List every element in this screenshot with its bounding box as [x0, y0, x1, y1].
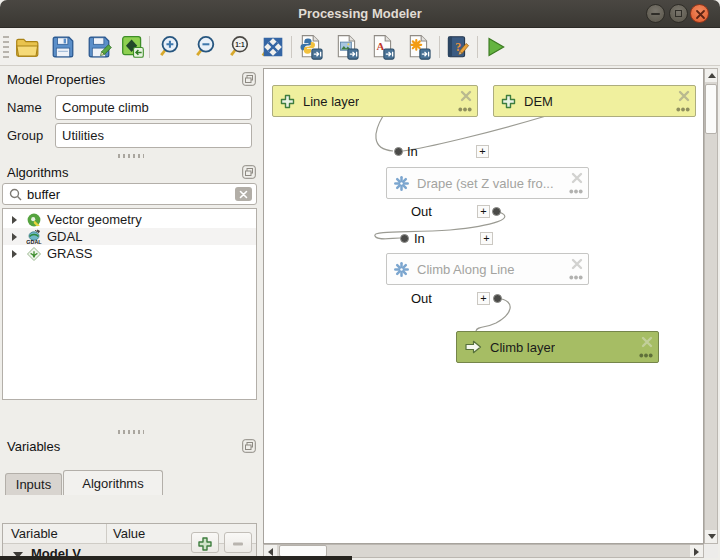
splitter-handle[interactable]	[118, 430, 144, 434]
remove-node-icon[interactable]	[641, 336, 653, 348]
gdal-icon: GDAL	[26, 229, 42, 245]
toolbar-separator	[439, 36, 440, 58]
tab-algorithms[interactable]: Algorithms	[63, 470, 163, 495]
node-label: DEM	[524, 94, 553, 109]
tree-item-label: GDAL	[47, 229, 82, 244]
float-panel-icon[interactable]	[242, 72, 256, 86]
minimize-icon[interactable]	[646, 4, 665, 23]
edit-model-help-icon[interactable]: ?	[443, 33, 471, 61]
algorithm-search-box	[2, 183, 257, 205]
vertical-scrollbar[interactable]	[704, 68, 718, 544]
remove-node-icon[interactable]	[460, 90, 472, 102]
node-drape[interactable]: Drape (set Z value fro...	[386, 167, 589, 199]
socket-dot[interactable]	[492, 207, 501, 216]
name-label: Name	[7, 100, 42, 115]
node-line-layer[interactable]: Line layer	[272, 85, 478, 117]
zoom-actual-size-icon[interactable]: 1:1	[227, 33, 255, 61]
maximize-icon[interactable]	[669, 4, 688, 23]
expand-sockets-button[interactable]: +	[480, 232, 493, 245]
expand-arrow-icon[interactable]	[12, 216, 17, 224]
zoom-in-icon[interactable]	[157, 33, 185, 61]
export-as-python-icon[interactable]	[297, 33, 325, 61]
socket-dot[interactable]	[394, 147, 403, 156]
remove-variable-button[interactable]	[224, 532, 252, 553]
node-climb-layer[interactable]: Climb layer	[456, 331, 659, 363]
save-model-as-icon[interactable]	[85, 33, 113, 61]
remove-node-icon[interactable]	[571, 258, 583, 270]
minimize-glyph	[651, 13, 660, 15]
open-model-icon[interactable]	[13, 33, 41, 61]
vertical-scroll-thumb[interactable]	[705, 84, 717, 134]
svg-text:A: A	[376, 40, 384, 52]
output-arrow-icon	[464, 340, 482, 354]
export-as-svg-icon[interactable]	[405, 33, 433, 61]
socket-dot[interactable]	[493, 294, 502, 303]
comment-dots-icon[interactable]	[569, 275, 583, 280]
run-model-icon[interactable]	[481, 33, 509, 61]
socket-label-in: In	[407, 144, 418, 159]
tree-item-grass[interactable]: GRASS	[3, 245, 256, 262]
remove-node-icon[interactable]	[571, 172, 583, 184]
scroll-right-button[interactable]	[690, 545, 703, 557]
socket-label-in: In	[414, 231, 425, 246]
toolbar-separator	[477, 36, 478, 58]
window-title: Processing Modeler	[0, 6, 720, 21]
model-canvas[interactable]: Line layer DEM In + Drape (set Z value f…	[263, 68, 704, 544]
save-model-in-project-icon[interactable]	[119, 33, 147, 61]
node-label: Climb Along Line	[417, 262, 515, 277]
column-variable: Variable	[11, 526, 58, 541]
tree-item-gdal[interactable]: GDAL GDAL	[3, 228, 256, 245]
expand-sockets-button[interactable]: +	[477, 292, 490, 305]
tab-inputs[interactable]: Inputs	[5, 473, 62, 495]
node-label: Drape (set Z value fro...	[417, 176, 554, 191]
titlebar[interactable]: Processing Modeler	[0, 0, 720, 28]
comment-dots-icon[interactable]	[569, 189, 583, 194]
remove-node-icon[interactable]	[678, 90, 690, 102]
algorithm-gear-icon	[394, 176, 409, 191]
comment-dots-icon[interactable]	[639, 353, 653, 358]
splitter-handle[interactable]	[118, 154, 144, 158]
scroll-down-button[interactable]	[705, 530, 717, 543]
model-properties-title: Model Properties	[7, 72, 105, 87]
model-name-input[interactable]	[55, 95, 252, 120]
toolbar: 1:1 A ?	[0, 28, 720, 66]
close-icon[interactable]	[690, 4, 709, 23]
group-label: Group	[7, 128, 43, 143]
comment-dots-icon[interactable]	[458, 107, 472, 112]
search-icon	[9, 188, 23, 202]
column-divider[interactable]	[106, 524, 107, 544]
algorithms-panel-title: Algorithms	[7, 165, 68, 180]
zoom-full-icon[interactable]	[259, 33, 287, 61]
zoom-out-icon[interactable]	[193, 33, 221, 61]
search-input[interactable]	[27, 185, 227, 203]
input-plus-icon	[280, 94, 295, 109]
left-dock: Model Properties Name Group Algorithms V…	[0, 66, 262, 556]
algorithms-tree: Vector geometry GDAL GDAL GRASS	[2, 208, 257, 400]
variables-panel-title: Variables	[7, 439, 60, 454]
input-plus-icon	[501, 94, 516, 109]
expand-arrow-icon[interactable]	[12, 233, 17, 241]
float-panel-icon[interactable]	[242, 439, 256, 453]
node-label: Climb layer	[490, 340, 555, 355]
node-climb-along-line[interactable]: Climb Along Line	[386, 253, 589, 285]
expand-sockets-button[interactable]: +	[477, 205, 490, 218]
expand-arrow-icon[interactable]	[12, 250, 17, 258]
column-value: Value	[113, 526, 145, 541]
connection-links	[264, 69, 704, 544]
export-as-image-icon[interactable]	[333, 33, 361, 61]
tree-item-vector-geometry[interactable]: Vector geometry	[3, 211, 256, 228]
save-model-icon[interactable]	[49, 33, 77, 61]
export-as-pdf-icon[interactable]: A	[369, 33, 397, 61]
toolbar-grip[interactable]	[3, 36, 9, 58]
toolbar-separator	[291, 36, 292, 58]
expand-sockets-button[interactable]: +	[476, 145, 489, 158]
clear-search-icon[interactable]	[235, 187, 252, 201]
comment-dots-icon[interactable]	[676, 107, 690, 112]
model-group-input[interactable]	[55, 123, 252, 148]
add-variable-button[interactable]	[191, 532, 219, 553]
scroll-up-button[interactable]	[705, 69, 717, 82]
float-panel-icon[interactable]	[242, 165, 256, 179]
close-x-glyph	[694, 8, 707, 21]
node-dem[interactable]: DEM	[493, 85, 696, 117]
socket-dot[interactable]	[400, 234, 409, 243]
